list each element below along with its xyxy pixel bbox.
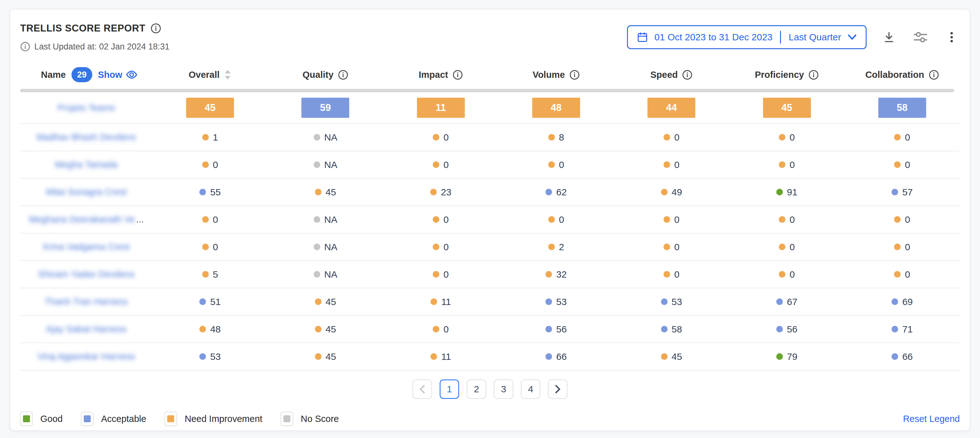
- score-value: NA: [313, 159, 337, 170]
- legend-color-swatch: [167, 415, 174, 422]
- row-name-link[interactable]: Thanh Tran Harness: [20, 296, 153, 307]
- show-names-toggle[interactable]: Show: [98, 70, 138, 80]
- score-number: NA: [325, 269, 337, 280]
- score-number: 56: [787, 324, 797, 334]
- pagination-page-2[interactable]: 2: [467, 379, 486, 399]
- horizontal-scrollbar[interactable]: [20, 89, 954, 92]
- column-header-overall[interactable]: Overall: [153, 69, 268, 80]
- score-level-dot: [199, 353, 206, 360]
- score-value: 0: [548, 159, 564, 170]
- score-level-dot: [661, 189, 668, 195]
- score-value: NA: [313, 242, 337, 252]
- score-number: 0: [789, 159, 795, 170]
- score-number: 0: [905, 214, 910, 225]
- score-value: 53: [546, 296, 566, 307]
- info-icon[interactable]: [929, 70, 939, 80]
- score-number: 32: [556, 269, 566, 280]
- score-level-dot: [891, 298, 898, 305]
- row-name-link[interactable]: Ajay Sabat Harness: [20, 324, 153, 334]
- last-updated-text: Last Updated at: 02 Jan 2024 18:31: [34, 42, 169, 52]
- score-value: 0: [894, 242, 910, 252]
- score-level-dot: [894, 216, 900, 223]
- row-name-text: Viraj Ajgaonkar Harness: [38, 351, 135, 362]
- score-value: 0: [433, 214, 449, 225]
- score-cell-speed: 53: [614, 296, 729, 307]
- title-info-icon[interactable]: [151, 23, 161, 34]
- name-header-label: Name: [41, 70, 66, 80]
- score-cell-proficiency: 79: [729, 351, 844, 362]
- row-name-link[interactable]: Madhav Bhash Devdens: [20, 132, 153, 142]
- score-value: 62: [546, 187, 566, 197]
- score-value: NA: [313, 214, 337, 225]
- last-updated: Last Updated at: 02 Jan 2024 18:31: [20, 41, 169, 52]
- date-range-button[interactable]: 01 Oct 2023 to 31 Dec 2023 Last Quarter: [627, 25, 867, 49]
- legend-item-acceptable[interactable]: Acceptable: [81, 411, 146, 426]
- legend-label: Need Improvement: [185, 414, 262, 424]
- pagination-page-4[interactable]: 4: [521, 379, 540, 399]
- legend-item-need[interactable]: Need Improvement: [164, 411, 262, 426]
- score-level-dot: [546, 326, 552, 333]
- score-number: 51: [210, 296, 220, 307]
- score-number: NA: [325, 159, 337, 170]
- legend-item-good[interactable]: Good: [20, 411, 63, 426]
- score-value: 53: [661, 296, 682, 307]
- score-number: 0: [443, 242, 449, 252]
- info-icon[interactable]: [570, 70, 580, 80]
- score-value: 5: [202, 269, 218, 280]
- row-name-link[interactable]: Krina Vadgama Crest: [20, 242, 153, 252]
- score-value: 91: [776, 187, 797, 197]
- score-cell-volume: 8: [498, 132, 614, 143]
- info-icon[interactable]: [452, 70, 463, 80]
- info-icon[interactable]: [808, 70, 819, 80]
- more-options-button[interactable]: [943, 29, 960, 46]
- row-name-link[interactable]: Viraj Ajgaonkar Harness: [20, 351, 153, 362]
- score-number: 67: [787, 296, 797, 307]
- score-value: 2: [548, 242, 564, 252]
- score-level-dot: [202, 244, 209, 250]
- score-cell-volume: 2: [498, 242, 614, 252]
- score-number: 0: [443, 269, 449, 280]
- score-cell-quality: NA: [268, 159, 383, 170]
- info-icon[interactable]: [682, 70, 692, 80]
- pagination-page-3[interactable]: 3: [494, 379, 513, 399]
- name-column-header: Name 29 Show: [20, 67, 153, 82]
- score-number: 0: [674, 159, 679, 170]
- score-cell-proficiency: 56: [729, 324, 844, 334]
- filter-button[interactable]: [912, 29, 930, 46]
- score-value: 0: [433, 324, 449, 334]
- table-row: Krina Vadgama Crest0NA02000: [20, 234, 960, 261]
- download-button[interactable]: [880, 29, 897, 46]
- pagination-page-1[interactable]: 1: [440, 379, 459, 399]
- row-name-link[interactable]: Mitai Sonagra Crest: [20, 187, 153, 197]
- score-number: 48: [210, 324, 220, 334]
- row-name-link[interactable]: Projets Teams: [20, 103, 153, 113]
- sort-icon[interactable]: [224, 69, 231, 80]
- score-number: 66: [902, 351, 913, 362]
- score-badge: 45: [763, 98, 811, 118]
- row-name-link[interactable]: Meghana Deerakanath Ve...: [20, 214, 153, 225]
- pagination-prev-button[interactable]: [412, 379, 432, 399]
- score-cell-proficiency: 0: [729, 159, 844, 170]
- reset-legend-link[interactable]: Reset Legend: [903, 414, 960, 424]
- score-cell-impact: 0: [383, 132, 498, 143]
- score-level-dot: [548, 161, 555, 168]
- chevron-right-icon: [554, 384, 561, 394]
- legend-item-noscore[interactable]: No Score: [281, 411, 339, 426]
- info-icon[interactable]: [338, 70, 348, 80]
- pagination-next-button[interactable]: [548, 379, 568, 399]
- score-value: 11: [431, 351, 451, 362]
- row-name-link[interactable]: Shivam Yadav Devdens: [20, 269, 153, 279]
- legend-color-swatch: [283, 415, 290, 422]
- score-cell-volume: 0: [498, 159, 614, 170]
- score-level-dot: [661, 298, 668, 305]
- row-name-link[interactable]: Megha Tamada: [20, 159, 153, 170]
- score-value: 67: [776, 296, 797, 307]
- score-number: 45: [326, 351, 336, 362]
- score-level-dot: [315, 353, 321, 360]
- legend-footer: GoodAcceptableNeed ImprovementNo Score R…: [20, 411, 960, 426]
- score-level-dot: [779, 271, 785, 278]
- score-number: NA: [325, 214, 337, 225]
- score-number: 91: [787, 187, 797, 197]
- score-value: 0: [433, 269, 449, 280]
- score-number: 11: [441, 296, 451, 307]
